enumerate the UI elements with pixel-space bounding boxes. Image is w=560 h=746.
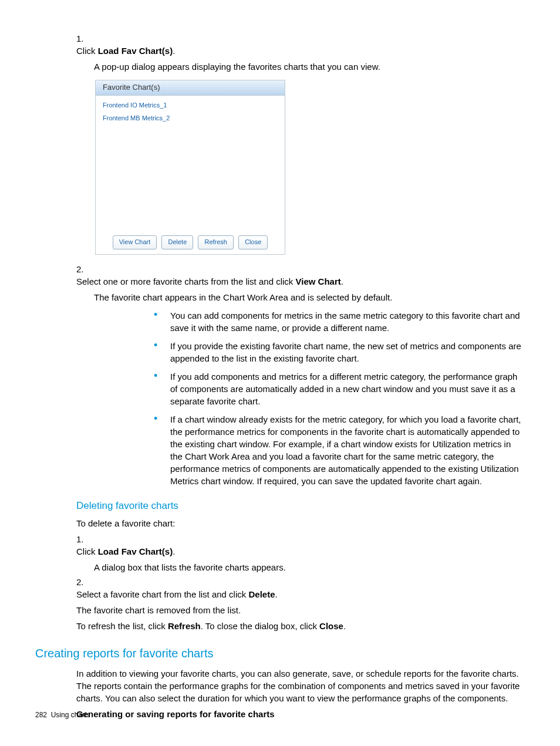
- step-1-text: Click Load Fav Chart(s).: [76, 45, 505, 57]
- text: .: [173, 546, 175, 556]
- step-1: 1. Click Load Fav Chart(s). A pop-up dia…: [76, 32, 525, 73]
- text: Select one or more favorite charts from …: [76, 276, 295, 286]
- dialog-body: Frontend IO Metrics_1 Frontend MB Metric…: [96, 96, 285, 231]
- text: .: [275, 589, 277, 599]
- text: .: [343, 621, 346, 631]
- bold-text: View Chart: [295, 276, 340, 286]
- favorite-chart-row[interactable]: Frontend MB Metrics_2: [96, 112, 285, 124]
- favorite-charts-dialog: Favorite Chart(s) Frontend IO Metrics_1 …: [95, 80, 285, 255]
- bullet-item: If a chart window already exists for the…: [154, 413, 525, 487]
- bullet-item: If you add components and metrics for a …: [154, 370, 525, 407]
- step-2-number: 2.: [76, 263, 94, 275]
- del-step-1-text: Click Load Fav Chart(s).: [76, 545, 505, 558]
- delete-button[interactable]: Delete: [161, 235, 193, 249]
- del-step-2-number: 2.: [76, 576, 94, 588]
- deleting-after-1: The favorite chart is removed from the l…: [76, 604, 525, 616]
- text: . To close the dialog box, click: [201, 621, 319, 631]
- bullet-item: You can add components for metrics in th…: [154, 309, 525, 334]
- del-step-2: 2. Select a favorite chart from the list…: [76, 576, 525, 600]
- bold-text: Load Fav Chart(s): [98, 546, 173, 556]
- step-2: 2. Select one or more favorite charts fr…: [76, 263, 525, 487]
- bullet-item: If you provide the existing favorite cha…: [154, 340, 525, 364]
- del-step-1: 1. Click Load Fav Chart(s). A dialog box…: [76, 533, 525, 573]
- bold-text: Delete: [248, 589, 275, 599]
- step-1-subtext: A pop-up dialog appears displaying the f…: [94, 60, 522, 73]
- text: .: [173, 46, 175, 56]
- step-1-number: 1.: [76, 32, 94, 45]
- step-2-subtext: The favorite chart appears in the Chart …: [94, 291, 522, 303]
- dialog-footer: View Chart Delete Refresh Close: [96, 231, 285, 254]
- del-step-1-subtext: A dialog box that lists the favorite cha…: [94, 561, 522, 573]
- page-footer: 282 Using charts: [35, 710, 90, 720]
- footer-title: Using charts: [51, 711, 90, 719]
- reports-bold-subhead: Generating or saving reports for favorit…: [76, 708, 525, 720]
- bold-text: Load Fav Chart(s): [98, 46, 173, 56]
- bold-text: Refresh: [168, 621, 201, 631]
- deleting-intro: To delete a favorite chart:: [76, 517, 525, 529]
- step-2-text: Select one or more favorite charts from …: [76, 275, 505, 288]
- text: Click: [76, 46, 98, 56]
- close-button[interactable]: Close: [238, 235, 268, 249]
- del-step-1-number: 1.: [76, 533, 94, 545]
- text: Select a favorite chart from the list an…: [76, 589, 248, 599]
- reports-para: In addition to viewing your favorite cha…: [76, 667, 525, 704]
- del-step-2-text: Select a favorite chart from the list an…: [76, 588, 505, 600]
- deleting-after-2: To refresh the list, click Refresh. To c…: [76, 620, 525, 632]
- text: .: [341, 276, 343, 286]
- view-chart-button[interactable]: View Chart: [113, 235, 157, 249]
- refresh-button[interactable]: Refresh: [198, 235, 234, 249]
- dialog-header: Favorite Chart(s): [96, 80, 285, 96]
- text: To refresh the list, click: [76, 621, 168, 631]
- heading-reports: Creating reports for favorite charts: [35, 645, 525, 661]
- text: Click: [76, 546, 98, 556]
- heading-deleting: Deleting favorite charts: [76, 499, 525, 513]
- favorite-chart-row[interactable]: Frontend IO Metrics_1: [96, 99, 285, 112]
- step-2-bullets: You can add components for metrics in th…: [154, 309, 525, 487]
- page-number: 282: [35, 711, 47, 719]
- bold-text: Close: [319, 621, 343, 631]
